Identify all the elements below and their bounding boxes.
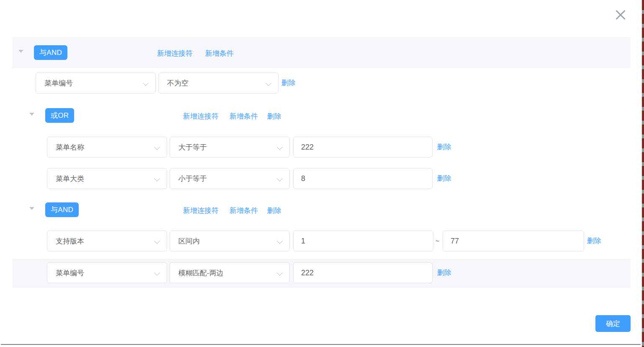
operator-select[interactable]: 不为空 xyxy=(158,73,278,93)
connector-badge[interactable]: 与AND xyxy=(45,202,79,217)
connector-badge[interactable]: 或OR xyxy=(45,108,74,123)
delete-group-link[interactable]: 删除 xyxy=(267,206,281,215)
window-right-edge xyxy=(642,0,644,347)
field-select-value: 菜单编号 xyxy=(56,268,84,278)
field-select-value: 支持版本 xyxy=(56,236,84,246)
add-connector-link[interactable]: 新增连接符 xyxy=(183,206,219,215)
operator-select-value: 不为空 xyxy=(167,78,188,88)
value-input[interactable] xyxy=(293,230,433,251)
add-connector-link[interactable]: 新增连接符 xyxy=(157,49,193,58)
field-select[interactable]: 菜单编号 xyxy=(36,73,156,93)
filter-builder-dialog: 与AND 新增连接符 新增条件 菜单编号 不为空 删除 或OR 新增连接符 新增… xyxy=(0,0,644,347)
value-input[interactable] xyxy=(293,168,433,189)
chevron-down-icon xyxy=(265,80,271,86)
confirm-button[interactable]: 确定 xyxy=(595,315,631,332)
delete-condition-link[interactable]: 删除 xyxy=(281,78,296,87)
operator-select[interactable]: 大于等于 xyxy=(170,137,290,158)
delete-condition-link[interactable]: 删除 xyxy=(437,142,451,151)
chevron-down-icon xyxy=(277,270,283,276)
chevron-down-icon xyxy=(154,144,160,150)
operator-select-value: 大于等于 xyxy=(178,142,207,152)
add-condition-link[interactable]: 新增条件 xyxy=(229,112,258,121)
connector-badge[interactable]: 与AND xyxy=(34,45,67,60)
operator-select[interactable]: 区间内 xyxy=(170,230,290,251)
chevron-down-icon xyxy=(154,238,160,244)
value-input[interactable] xyxy=(293,262,433,283)
value-input[interactable] xyxy=(293,137,433,158)
chevron-down-icon xyxy=(143,80,149,86)
field-select[interactable]: 菜单编号 xyxy=(47,262,167,283)
chevron-down-icon xyxy=(154,270,160,276)
add-condition-link[interactable]: 新增条件 xyxy=(229,206,258,215)
window-bottom-edge xyxy=(1,344,641,345)
field-select[interactable]: 菜单名称 xyxy=(47,137,167,158)
chevron-down-icon xyxy=(277,144,283,150)
expand-caret-icon[interactable] xyxy=(18,50,23,53)
field-select-value: 菜单大类 xyxy=(56,174,84,184)
field-select[interactable]: 菜单大类 xyxy=(47,168,167,189)
expand-caret-icon[interactable] xyxy=(29,207,34,210)
delete-condition-link[interactable]: 删除 xyxy=(437,174,451,183)
chevron-down-icon xyxy=(154,176,160,181)
operator-select[interactable]: 模糊匹配-两边 xyxy=(170,262,290,283)
range-separator: ~ xyxy=(435,238,439,245)
delete-group-link[interactable]: 删除 xyxy=(267,112,281,121)
expand-caret-icon[interactable] xyxy=(29,113,34,116)
delete-condition-link[interactable]: 删除 xyxy=(587,236,601,245)
field-select-value: 菜单名称 xyxy=(56,142,84,152)
operator-select[interactable]: 小于等于 xyxy=(170,168,290,189)
add-connector-link[interactable]: 新增连接符 xyxy=(183,112,219,121)
operator-select-value: 小于等于 xyxy=(178,174,207,184)
field-select[interactable]: 支持版本 xyxy=(47,230,167,251)
value2-input[interactable] xyxy=(443,230,584,251)
field-select-value: 菜单编号 xyxy=(44,78,73,88)
close-icon[interactable] xyxy=(613,8,628,23)
chevron-down-icon xyxy=(277,176,283,181)
operator-select-value: 区间内 xyxy=(178,236,200,246)
group-row-highlight xyxy=(12,37,630,68)
add-condition-link[interactable]: 新增条件 xyxy=(205,49,234,58)
chevron-down-icon xyxy=(277,238,283,244)
operator-select-value: 模糊匹配-两边 xyxy=(178,268,224,278)
delete-condition-link[interactable]: 删除 xyxy=(437,268,451,277)
